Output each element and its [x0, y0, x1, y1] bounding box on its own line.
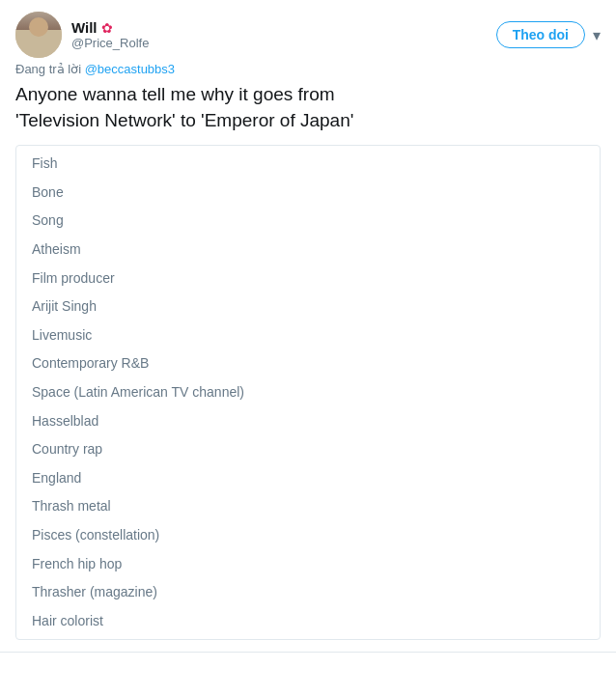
list-item: England — [16, 464, 600, 493]
chevron-down-icon[interactable]: ▾ — [593, 26, 601, 44]
user-info: Will ✿ @Price_Rolfe — [71, 19, 149, 50]
list-item: Hair colorist — [16, 607, 600, 636]
list-item: Atheism — [16, 236, 600, 264]
list-item: Thrasher (magazine) — [16, 578, 600, 607]
list-item: Arijit Singh — [16, 292, 600, 321]
list-item: French hip hop — [16, 550, 600, 579]
tweet-text-line1: Anyone wanna tell me why it goes from — [15, 84, 335, 104]
follow-button[interactable]: Theo doi — [496, 21, 585, 48]
tweet-text-line2: 'Television Network' to 'Emperor of Japa… — [15, 110, 353, 130]
user-handle[interactable]: @Price_Rolfe — [71, 36, 149, 50]
tweet-container: Will ✿ @Price_Rolfe Theo doi ▾ Đang trả … — [0, 0, 616, 653]
list-item: Country rap — [16, 435, 600, 464]
avatar — [15, 12, 62, 58]
tweet-text: Anyone wanna tell me why it goes from 'T… — [15, 82, 601, 133]
list-item: Contemporary R&B — [16, 349, 600, 378]
reply-to-handle[interactable]: @beccastubbs3 — [85, 62, 175, 76]
list-item: Space (Latin American TV channel) — [16, 378, 600, 407]
verified-icon: ✿ — [101, 20, 113, 36]
header-right: Theo doi ▾ — [496, 21, 601, 48]
list-box: FishBoneSongAtheismFilm producerArijit S… — [15, 145, 601, 640]
list-item: Bone — [16, 179, 600, 208]
list-item: Fish — [16, 150, 600, 179]
reply-to: Đang trả lời @beccastubbs3 — [15, 62, 601, 76]
user-name-row: Will ✿ — [71, 19, 149, 36]
list-item: Pisces (constellation) — [16, 521, 600, 550]
list-item: Hasselblad — [16, 407, 600, 436]
tweet-header-left: Will ✿ @Price_Rolfe — [15, 12, 149, 58]
list-item: Thrash metal — [16, 492, 600, 521]
list-item: Film producer — [16, 264, 600, 293]
user-name[interactable]: Will — [71, 19, 98, 36]
tweet-header: Will ✿ @Price_Rolfe Theo doi ▾ — [15, 12, 601, 58]
list-item: Livemusic — [16, 321, 600, 350]
list-item: Song — [16, 207, 600, 236]
